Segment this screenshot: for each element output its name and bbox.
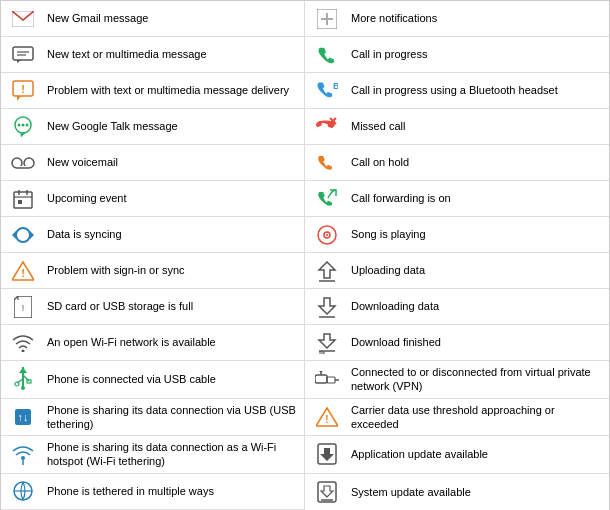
text-4-right: Call on hold (351, 155, 603, 169)
icon-usb-tether: ↑↓ (7, 406, 39, 428)
text-6-right: Song is playing (351, 227, 603, 241)
svg-rect-4 (13, 47, 33, 60)
row-9-left: An open Wi-Fi network is available (1, 325, 305, 361)
svg-marker-42 (19, 367, 27, 373)
text-10-left: Phone is connected via USB cable (47, 372, 298, 386)
text-3-right: Missed call (351, 119, 603, 133)
icon-voicemail (7, 156, 39, 170)
icon-usb (7, 367, 39, 391)
svg-text:B: B (333, 81, 338, 91)
row-8-right: Downloading data (305, 289, 609, 325)
icon-app-update (311, 443, 343, 465)
icon-sync-problem: ! (7, 260, 39, 282)
text-1-left: New text or multimedia message (47, 47, 298, 61)
svg-rect-44 (27, 380, 31, 383)
row-9-right: Download finished (305, 325, 609, 361)
row-2-left: !Problem with text or multimedia message… (1, 73, 305, 109)
svg-rect-51 (327, 377, 335, 383)
svg-rect-20 (14, 192, 32, 208)
svg-text:!: ! (22, 303, 25, 313)
icon-sms (7, 46, 39, 64)
text-0-right: More notifications (351, 11, 603, 25)
text-1-right: Call in progress (351, 47, 603, 61)
icon-call-bt: B (311, 80, 343, 102)
svg-text:!: ! (21, 267, 25, 279)
icon-call-green (311, 45, 343, 65)
text-6-left: Data is syncing (47, 227, 298, 241)
text-12-left: Phone is sharing its data connection as … (47, 440, 298, 469)
text-3-left: New Google Talk message (47, 119, 298, 133)
svg-point-12 (22, 123, 25, 126)
icon-carrier: ! (311, 406, 343, 428)
svg-point-47 (21, 386, 25, 390)
svg-marker-32 (319, 262, 335, 278)
row-7-left: !Problem with sign-in or sync (1, 253, 305, 289)
row-4-right: Call on hold (305, 145, 609, 181)
row-0-right: More notifications (305, 1, 609, 37)
row-13-left: Phone is tethered in multiple ways (1, 474, 305, 510)
row-8-left: !SD card or USB storage is full (1, 289, 305, 325)
icon-wifi (7, 334, 39, 352)
svg-marker-60 (320, 448, 334, 461)
icon-gmail (7, 11, 39, 27)
text-5-left: Upcoming event (47, 191, 298, 205)
text-13-right: System update available (351, 485, 603, 499)
row-3-right: Missed call (305, 109, 609, 145)
icon-sync (7, 224, 39, 246)
row-4-left: New voicemail (1, 145, 305, 181)
text-4-left: New voicemail (47, 155, 298, 169)
row-6-left: Data is syncing (1, 217, 305, 253)
icon-sys-update (311, 481, 343, 503)
text-2-right: Call in progress using a Bluetooth heads… (351, 83, 603, 97)
icon-plus (311, 9, 343, 29)
icon-forward (311, 188, 343, 210)
svg-marker-26 (12, 231, 16, 239)
notification-icons-table: New Gmail messageMore notificationsNew t… (0, 0, 610, 510)
svg-point-57 (21, 456, 25, 460)
row-3-left: New Google Talk message (1, 109, 305, 145)
row-6-right: Song is playing (305, 217, 609, 253)
row-11-right: !Carrier data use threshold approaching … (305, 399, 609, 437)
icon-music (311, 225, 343, 245)
row-12-left: Phone is sharing its data connection as … (1, 436, 305, 474)
svg-text:!: ! (325, 414, 328, 425)
svg-marker-64 (321, 486, 333, 497)
text-7-right: Uploading data (351, 263, 603, 277)
text-8-left: SD card or USB storage is full (47, 299, 298, 313)
svg-rect-24 (18, 200, 22, 204)
svg-rect-48 (315, 375, 327, 383)
svg-point-50 (320, 371, 323, 373)
svg-marker-36 (319, 298, 335, 314)
row-1-left: New text or multimedia message (1, 37, 305, 73)
svg-text:↑↓: ↑↓ (18, 411, 29, 423)
icon-vpn (311, 371, 343, 387)
icon-download (311, 296, 343, 318)
text-0-left: New Gmail message (47, 11, 298, 25)
icon-wifi-hotspot (7, 443, 39, 465)
icon-hold (311, 152, 343, 174)
row-7-right: Uploading data (305, 253, 609, 289)
row-0-left: New Gmail message (1, 1, 305, 37)
row-5-right: Call forwarding is on (305, 181, 609, 217)
icon-warning-msg: ! (7, 80, 39, 102)
text-9-left: An open Wi-Fi network is available (47, 335, 298, 349)
row-1-right: Call in progress (305, 37, 609, 73)
text-11-left: Phone is sharing its data connection via… (47, 403, 298, 432)
icon-tether (7, 480, 39, 502)
text-11-right: Carrier data use threshold approaching o… (351, 403, 603, 432)
svg-point-29 (326, 234, 328, 236)
icon-missed (311, 116, 343, 138)
svg-point-38 (22, 349, 25, 352)
row-13-right: System update available (305, 474, 609, 510)
text-2-left: Problem with text or multimedia message … (47, 83, 298, 97)
row-11-left: ↑↓Phone is sharing its data connection v… (1, 399, 305, 437)
text-8-right: Downloading data (351, 299, 603, 313)
row-2-right: BCall in progress using a Bluetooth head… (305, 73, 609, 109)
row-10-left: Phone is connected via USB cable (1, 361, 305, 399)
text-9-right: Download finished (351, 335, 603, 349)
icon-gtalk (7, 116, 39, 138)
row-10-right: Connected to or disconnected from virtua… (305, 361, 609, 399)
text-10-right: Connected to or disconnected from virtua… (351, 365, 603, 394)
icon-calendar (7, 189, 39, 209)
svg-text:!: ! (21, 83, 25, 95)
